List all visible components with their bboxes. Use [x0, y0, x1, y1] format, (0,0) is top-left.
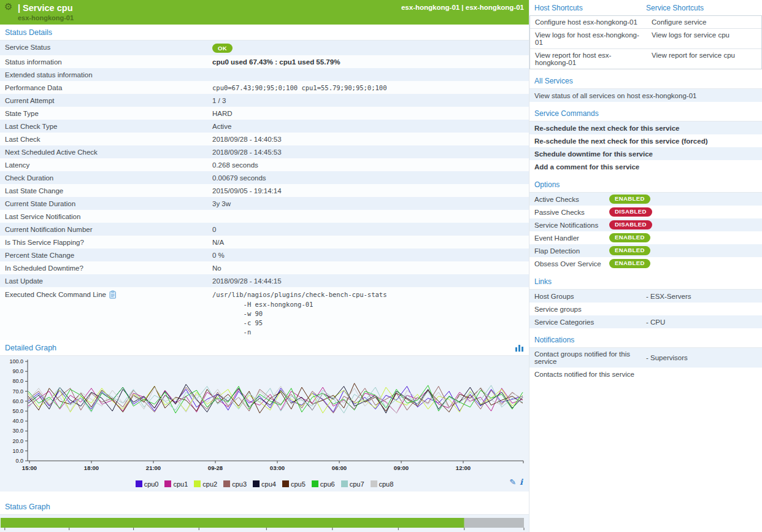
- notification-label: Contacts notified for this service: [534, 368, 646, 380]
- service-command-link[interactable]: Add a comment for this service: [529, 160, 762, 173]
- status-row-label-text: Last Update: [5, 277, 43, 285]
- svg-text:20.0: 20.0: [12, 438, 23, 444]
- status-row-label: Last Service Notification: [0, 210, 212, 223]
- service-command-link[interactable]: Schedule downtime for this service: [529, 147, 762, 160]
- status-row-value-text: cpu0=67.43;90;95;0;100 cpu1=55.79;90;95;…: [212, 84, 387, 91]
- svg-text:50.0: 50.0: [12, 408, 23, 414]
- option-state-badge[interactable]: ENABLED: [609, 233, 650, 242]
- service-shortcut-link[interactable]: Configure service: [647, 16, 761, 28]
- service-shortcut-link[interactable]: View logs for service cpu: [647, 29, 761, 48]
- all-services-link-text: View status of all services on host esx-…: [534, 90, 757, 102]
- status-badge: OK: [212, 44, 233, 53]
- all-services-list: View status of all services on host esx-…: [529, 89, 762, 102]
- option-row: Flap DetectionENABLED: [529, 244, 762, 257]
- status-timeline-chart: 5:0018:0021:0009-2803:0006:0009:0012:00: [0, 517, 529, 532]
- option-state-badge[interactable]: ENABLED: [609, 195, 650, 204]
- status-row-value-text: 2018/09/28 - 14:45:53: [212, 148, 282, 156]
- host-shortcut-link[interactable]: View logs for host esx-hongkong-01: [530, 29, 647, 48]
- legend-icons: ✎ i: [509, 477, 523, 487]
- link-label: Service groups: [534, 303, 646, 315]
- status-row-value: [212, 68, 529, 74]
- status-row: Status informationcpu0 used 67.43% : cpu…: [0, 55, 529, 68]
- detailed-graph-heading: Detailed Graph: [0, 340, 529, 356]
- status-row-value-text: Active: [212, 123, 231, 130]
- option-state-badge[interactable]: DISABLED: [609, 207, 652, 217]
- status-row: Percent State Change0 %: [0, 249, 529, 261]
- legend-label: cpu1: [173, 480, 188, 488]
- host-shortcuts-heading: Host Shortcuts: [534, 4, 646, 12]
- service-commands-list: Re-schedule the next check for this serv…: [529, 121, 762, 173]
- legend-swatch: [164, 480, 171, 487]
- status-row-value-text: 2018/09/28 - 14:44:15: [212, 277, 282, 285]
- status-row: Performance Datacpu0=67.43;90;95;0;100 c…: [0, 81, 529, 94]
- status-row-label-text: Last Check Type: [5, 123, 57, 130]
- status-row-label: Service Status: [0, 40, 212, 53]
- all-services-link[interactable]: View status of all services on host esx-…: [529, 89, 762, 102]
- svg-text:15:00: 15:00: [22, 465, 37, 471]
- status-graph-heading-label: Status Graph: [5, 503, 50, 511]
- status-row-label-text: Current Notification Number: [5, 226, 93, 233]
- legend-label: cpu5: [291, 480, 306, 488]
- status-row-value: cpu0=67.43;90;95;0;100 cpu1=55.79;90;95;…: [212, 81, 529, 94]
- service-shortcut-link[interactable]: View report for service cpu: [647, 49, 761, 69]
- status-row-value: Active: [212, 120, 529, 133]
- option-label: Passive Checks: [534, 206, 609, 218]
- status-row-label: Last State Change: [0, 184, 212, 197]
- status-row-label-text: Latency: [5, 161, 29, 169]
- host-shortcut-link[interactable]: View report for host esx-hongkong-01: [530, 49, 647, 69]
- status-row-value: 2018/09/28 - 14:45:53: [212, 145, 529, 158]
- status-row-label: Last Check Type: [0, 120, 212, 133]
- status-row-label: Is This Service Flapping?: [0, 236, 212, 249]
- notification-value[interactable]: - Supervisors: [646, 352, 757, 364]
- option-label: Event Handler: [534, 232, 609, 244]
- notification-value: [646, 372, 757, 377]
- legend-label: cpu4: [261, 480, 276, 488]
- status-row-value-text: 2015/09/05 - 19:14:14: [212, 187, 282, 195]
- link-value[interactable]: - ESX-Servers: [646, 290, 757, 303]
- status-row-label: Executed Check Command Line: [0, 287, 212, 301]
- clipboard-copy-icon[interactable]: [109, 290, 117, 299]
- breadcrumb: esx-hongkong-01 | esx-hongkong-01: [401, 4, 524, 11]
- page-title: | Service cpu: [18, 3, 73, 13]
- status-row-value: HARD: [212, 107, 529, 120]
- service-command-link[interactable]: Re-schedule the next check for this serv…: [529, 121, 762, 134]
- status-graph-heading: Status Graph: [0, 499, 529, 515]
- legend-item: cpu5: [282, 480, 306, 488]
- status-row-value: 2018/09/28 - 14:40:53: [212, 133, 529, 145]
- status-row-label: Next Scheduled Active Check: [0, 145, 212, 158]
- option-state-badge[interactable]: DISABLED: [609, 220, 652, 229]
- legend-item: cpu4: [253, 480, 276, 488]
- status-row: Is This Service Flapping?N/A: [0, 236, 529, 249]
- legend-label: cpu2: [202, 480, 217, 488]
- legend-label: cpu7: [350, 480, 364, 488]
- gear-icon[interactable]: ⚙: [4, 2, 12, 11]
- status-row-value-text: 0.268 seconds: [212, 161, 258, 169]
- bar-chart-icon[interactable]: [515, 344, 524, 352]
- link-value[interactable]: - CPU: [646, 316, 757, 328]
- side-panel: Host Shortcuts Service Shortcuts Configu…: [529, 0, 762, 532]
- status-details-table: Service StatusOKStatus informationcpu0 u…: [0, 40, 529, 340]
- status-row: In Scheduled Downtime?No: [0, 261, 529, 274]
- status-row-label-text: Executed Check Command Line: [5, 291, 106, 298]
- status-row: Service StatusOK: [0, 40, 529, 55]
- info-icon[interactable]: i: [520, 477, 523, 487]
- shortcut-row: View report for host esx-hongkong-01View…: [530, 49, 761, 69]
- status-row-label: Percent State Change: [0, 249, 212, 261]
- status-row-label: Last Update: [0, 274, 212, 287]
- host-shortcut-link[interactable]: Configure host esx-hongkong-01: [530, 16, 647, 28]
- status-row-value-text: No: [212, 264, 221, 272]
- chart-legend: cpu0cpu1cpu2cpu3cpu4cpu5cpu6cpu7cpu8 ✎ i: [0, 477, 529, 492]
- status-row-label: Performance Data: [0, 81, 212, 94]
- legend-swatch: [136, 480, 142, 487]
- status-row-value-text: 0: [212, 226, 216, 233]
- legend-item: cpu7: [341, 480, 364, 488]
- status-row-label-text: Is This Service Flapping?: [5, 239, 84, 246]
- option-state-badge[interactable]: ENABLED: [609, 246, 650, 255]
- status-row-value-text: 3y 3w: [212, 200, 231, 207]
- status-row-label-text: Extended status information: [5, 71, 93, 79]
- status-row: Executed Check Command Line/usr/lib/nagi…: [0, 287, 529, 339]
- status-row-value: N/A: [212, 236, 529, 249]
- pencil-icon[interactable]: ✎: [509, 477, 516, 487]
- option-state-badge[interactable]: ENABLED: [609, 259, 650, 268]
- service-command-link[interactable]: Re-schedule the next check for this serv…: [529, 134, 762, 147]
